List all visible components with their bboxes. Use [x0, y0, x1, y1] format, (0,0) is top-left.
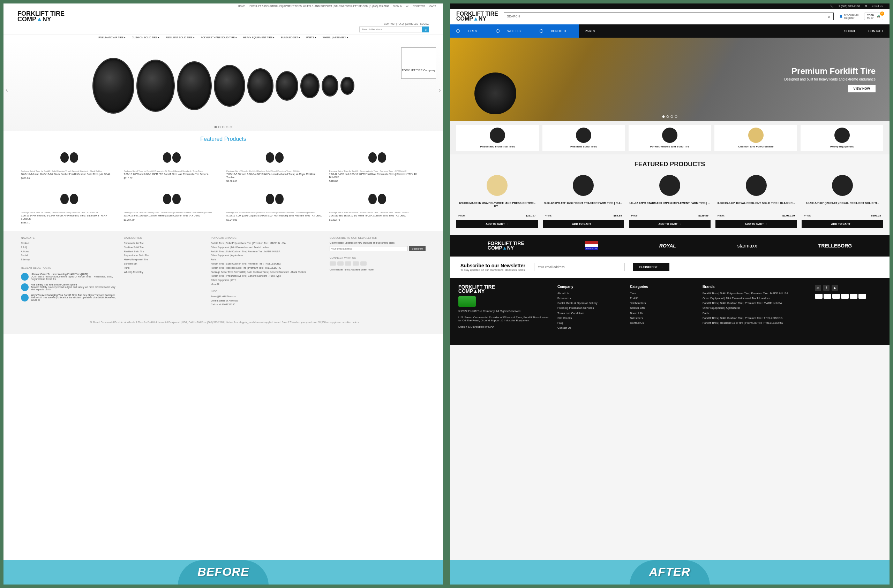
footer-link[interactable]: Forklift Tires | Solid Cushion Tire | Pr…: [211, 262, 323, 266]
footer-link[interactable]: About Us: [558, 291, 624, 295]
nav-item[interactable]: PNEUMATIC AIR TIRE ▾: [98, 36, 126, 39]
footer-link[interactable]: United States of America: [211, 299, 323, 303]
view-now-button[interactable]: VIEW NOW: [848, 85, 876, 92]
newsletter-input[interactable]: [330, 246, 408, 251]
category-card[interactable]: Heavy Equipment: [801, 125, 883, 151]
footer-link[interactable]: Telehandlers: [630, 301, 696, 305]
footer-link[interactable]: Other Equipment | Mini Excavators and Tr…: [702, 296, 809, 300]
carousel-prev[interactable]: ‹: [6, 86, 8, 94]
footer-link[interactable]: Other Equipment | Agricultural: [211, 254, 323, 257]
nav-item[interactable]: BUNDLED SET ▾: [281, 36, 300, 39]
home-link[interactable]: HOME: [238, 5, 245, 8]
footer-link[interactable]: View All: [211, 283, 323, 286]
footer-link[interactable]: Forklift Tires | Solid Polyurethane Tire…: [211, 242, 323, 245]
nav-bundled[interactable]: BUNDLED: [533, 24, 579, 38]
blog-item[interactable]: Ultimate Guide To Understanding Forklift…: [21, 273, 117, 280]
register-link[interactable]: REGISTER: [413, 5, 425, 8]
category-card[interactable]: Resilient Solid Tires: [543, 125, 625, 151]
footer-link[interactable]: Forklift Tires | Solid Cushion Tire | Pr…: [211, 250, 323, 254]
nav-item[interactable]: RESILIENT SOLID TIRE ▾: [166, 36, 195, 39]
carousel-dots[interactable]: [215, 126, 232, 128]
product-name[interactable]: 12X4X8 MADE IN USA POLYURETHANE PRESS ON…: [456, 201, 538, 210]
subscribe-button[interactable]: Subscribe: [409, 246, 425, 251]
account-block[interactable]: 👤 My AccountRegister: [839, 13, 858, 20]
product-card[interactable]: Package Set of Tires for Forklift | Pneu…: [329, 147, 426, 182]
footer-link[interactable]: Forklift Tires | Solid Cushion Tire | Pr…: [702, 301, 809, 305]
footer-link[interactable]: Cushion Solid Tire: [124, 246, 204, 249]
search-input[interactable]: [359, 27, 422, 32]
footer-link[interactable]: Boom Lifts: [630, 311, 696, 315]
nav-wheels[interactable]: WHEELS: [490, 24, 533, 38]
footer-link[interactable]: Heavy Equipment Tire: [124, 258, 204, 261]
before-logo[interactable]: FORKLIFT TIRE COMP▲NY: [17, 11, 65, 22]
footer-link[interactable]: Sitemap: [21, 258, 117, 261]
footer-link[interactable]: Site Credits: [558, 316, 624, 320]
footer-link[interactable]: Resources: [558, 296, 624, 300]
social-icons[interactable]: ◎ f ▶: [815, 285, 881, 291]
footer-link[interactable]: Forklift Tires | Resilient Solid Tire | …: [211, 266, 323, 270]
after-logo[interactable]: FORKLIFT TIRE COMP▲NY: [456, 12, 498, 22]
footer-link[interactable]: Pressing Installation Services: [558, 306, 624, 310]
footer-link[interactable]: Bundled Set: [124, 262, 204, 266]
footer-link[interactable]: Social: [21, 254, 117, 257]
category-card[interactable]: Forklift Wheels and Solid Tire: [628, 125, 711, 151]
facebook-icon[interactable]: f: [823, 285, 830, 291]
carousel-next[interactable]: ›: [439, 86, 441, 94]
nav-item[interactable]: POLYURETHANE SOLID TIRE ▾: [201, 36, 237, 39]
nav-parts[interactable]: PARTS: [579, 24, 601, 38]
product-name[interactable]: 8.15X15-7.00" ( 28X9-15 ) ROYAL RESILIEN…: [801, 201, 883, 210]
footer-link[interactable]: Social Media & Operator Gallery: [558, 301, 624, 305]
footer-link[interactable]: Call us at 8663132180: [211, 303, 323, 306]
product-image[interactable]: [629, 171, 711, 200]
cart-link[interactable]: CART: [429, 5, 436, 8]
nav-contact[interactable]: CONTACT: [862, 24, 890, 38]
product-card[interactable]: Package Set of Tires for Forklift | Pneu…: [21, 189, 117, 224]
contact-links[interactable]: CONTACT | F.A.Q. | ARTICLES | SOCIAL: [3, 22, 443, 27]
blog-item[interactable]: Ways You Are Damaging Your Forklift Tire…: [21, 294, 117, 302]
email-link[interactable]: email us: [872, 4, 882, 8]
nav-item[interactable]: WHEEL | ASSEMBLY ▾: [323, 36, 348, 39]
footer-link[interactable]: Forklift Tires | Solid Cushion Tire | Pr…: [702, 316, 809, 320]
newsletter-input[interactable]: [534, 263, 625, 271]
footer-link[interactable]: Tires: [630, 291, 696, 295]
category-card[interactable]: Cushion and Polyurethane: [714, 125, 797, 151]
phone-text[interactable]: 1 (866) 313-2180: [839, 4, 860, 8]
footer-link[interactable]: Other Equipment | OTR: [211, 279, 323, 282]
footer-link[interactable]: Contact Us: [630, 321, 696, 325]
footer-link[interactable]: Skidsteers: [630, 316, 696, 320]
signin-link[interactable]: SIGN IN: [393, 5, 402, 8]
youtube-icon[interactable]: ▶: [831, 285, 838, 291]
product-card[interactable]: Package Set of Tires for Forklift | Resi…: [226, 147, 323, 182]
search-button[interactable]: ⌕: [422, 27, 429, 32]
search-button[interactable]: ⌕: [825, 12, 834, 20]
footer-link[interactable]: Forklift Tires | Pneumatic Air Tire | Ge…: [211, 274, 323, 278]
footer-link[interactable]: F.A.Q.: [21, 246, 117, 249]
footer-link[interactable]: Articles: [21, 250, 117, 254]
footer-link[interactable]: Parts: [211, 258, 323, 261]
product-image[interactable]: [456, 171, 538, 200]
product-image[interactable]: [716, 171, 797, 200]
instagram-icon[interactable]: ◎: [815, 285, 821, 291]
footer-link[interactable]: Terms and Conditions: [558, 311, 624, 315]
product-card[interactable]: Package Set of Tires for Forklift | Resi…: [226, 189, 323, 224]
footer-link[interactable]: Resilient Solid Tire: [124, 250, 204, 254]
product-image[interactable]: [543, 171, 624, 200]
nav-social[interactable]: SOCIAL: [838, 24, 862, 38]
product-card[interactable]: Package Set of Tires for Forklift | Pneu…: [124, 147, 221, 182]
product-card[interactable]: Package Set of Tires for Forklift | Soli…: [21, 147, 117, 182]
product-image[interactable]: [801, 171, 883, 200]
nav-item[interactable]: CUSHION SOLID TIRE ▾: [132, 36, 159, 39]
nav-item[interactable]: PARTS ▾: [306, 36, 316, 39]
add-to-cart-button[interactable]: ADD TO CART →: [543, 220, 624, 228]
footer-link[interactable]: Forklift: [630, 296, 696, 300]
footer-link[interactable]: FAQ: [558, 321, 624, 325]
footer-link[interactable]: Other Equipment | Agricultural: [702, 306, 809, 310]
product-card[interactable]: Package Set of Tires for Forklift | Soli…: [329, 189, 426, 224]
footer-link[interactable]: Parts: [702, 311, 809, 315]
footer-link[interactable]: Parts: [124, 266, 204, 270]
footer-link[interactable]: Forklift Tires | Solid Polyurethane Tire…: [702, 291, 809, 295]
footer-link[interactable]: Wheel | Assembly: [124, 270, 204, 274]
add-to-cart-button[interactable]: ADD TO CART →: [456, 220, 538, 228]
carousel-dots[interactable]: [662, 116, 677, 118]
footer-link[interactable]: Contact Us: [558, 326, 624, 330]
